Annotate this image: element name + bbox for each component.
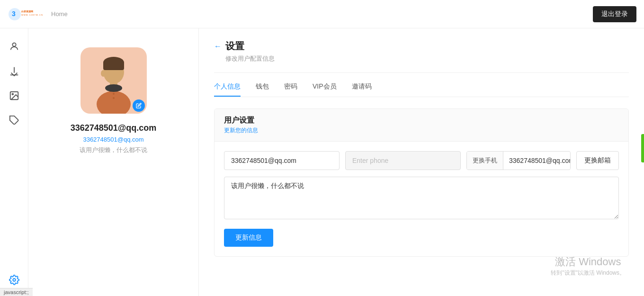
bio-textarea[interactable]: 该用户很懒，什么都不说 [224,177,619,219]
sidebar-item-tag[interactable] [6,112,23,129]
sidebar-item-user[interactable] [6,38,23,55]
change-phone-input[interactable] [503,152,571,169]
svg-point-12 [101,70,106,77]
svg-text:W W W . 5 2 B Y W . C N: W W W . 5 2 B Y W . C N [21,14,43,16]
avatar-wrap [80,47,147,114]
logo-icon: 3 白茶资源网 W W W . 5 2 B Y W . C N [8,3,45,26]
profile-email-sub: 3362748501@qq.com [83,136,143,143]
green-bar [641,134,644,162]
settings-card-title: 用户设置 [224,116,619,126]
tab-vip[interactable]: VIP会员 [313,82,337,97]
tab-invite-code[interactable]: 邀请码 [352,82,372,97]
page-title: 设置 [225,40,244,53]
sidebar-item-settings[interactable] [6,271,23,288]
settings-card: 用户设置 更新您的信息 更换手机 更换邮箱 该用户很懒，什么都不说 [214,108,629,257]
update-info-button[interactable]: 更新信息 [224,229,273,247]
profile-email-main: 3362748501@qq.com [71,123,157,133]
profile-panel: 3362748501@qq.com 3362748501@qq.com 该用户很… [28,28,199,296]
tab-personal-info[interactable]: 个人信息 [214,82,241,97]
logo-area: 3 白茶资源网 W W W . 5 2 B Y W . C N Home [8,3,68,26]
profile-bio: 该用户很懒，什么都不说 [80,146,147,154]
windows-activate-line2: 转到"设置"以激活 Windows。 [551,269,625,277]
sidebar-item-image[interactable] [6,87,23,104]
home-label: Home [51,10,68,18]
tab-wallet[interactable]: 钱包 [256,82,269,97]
status-text: javascript:; [4,289,29,295]
sidebar [0,28,28,296]
email-input[interactable] [224,151,340,170]
windows-watermark: 激活 Windows 转到"设置"以激活 Windows。 [551,255,625,277]
svg-rect-11 [103,62,124,70]
header-divider [214,72,629,73]
svg-point-6 [12,93,13,95]
svg-point-16 [113,93,115,95]
svg-point-15 [105,84,122,92]
svg-point-8 [13,278,16,281]
settings-card-body: 更换手机 更换邮箱 该用户很懒，什么都不说 更新信息 [215,142,628,256]
logout-button[interactable]: 退出登录 [593,6,636,22]
svg-text:3: 3 [12,10,16,18]
page-header: ← 设置 [214,40,629,53]
form-row-1: 更换手机 更换邮箱 [224,151,619,170]
svg-point-17 [113,97,115,99]
tabs: 个人信息 钱包 密码 VIP会员 邀请码 [214,82,629,97]
main-layout: 3362748501@qq.com 3362748501@qq.com 该用户很… [0,28,644,296]
settings-card-subtitle: 更新您的信息 [224,126,619,135]
page-subtitle: 修改用户配置信息 [225,54,629,63]
status-bar: javascript:; [0,288,33,296]
windows-activate-line1: 激活 Windows [551,255,625,269]
change-phone-group: 更换手机 [466,151,571,170]
back-arrow[interactable]: ← [214,42,222,51]
tab-password[interactable]: 密码 [284,82,297,97]
avatar-edit-badge[interactable] [133,99,145,112]
sidebar-item-download[interactable] [6,63,23,80]
change-email-button[interactable]: 更换邮箱 [576,151,619,170]
svg-point-4 [12,43,16,46]
settings-card-header: 用户设置 更新您的信息 [215,109,628,142]
change-phone-label: 更换手机 [467,152,503,170]
topbar: 3 白茶资源网 W W W . 5 2 B Y W . C N Home 退出登… [0,0,644,28]
phone-input[interactable] [345,151,461,170]
svg-text:白茶资源网: 白茶资源网 [21,10,33,13]
